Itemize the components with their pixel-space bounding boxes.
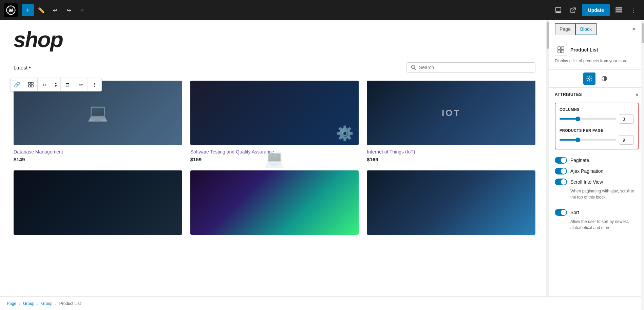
paginate-toggle[interactable]	[555, 157, 567, 164]
tab-page[interactable]: Page	[555, 23, 575, 35]
preview-layout-button[interactable]	[552, 4, 564, 16]
svg-rect-14	[558, 50, 561, 53]
breadcrumb-page[interactable]: Page	[7, 301, 16, 306]
paginate-label: Paginate	[570, 158, 589, 163]
plus-icon: +	[26, 6, 30, 14]
block-description: Display a list of products from your sto…	[555, 58, 639, 64]
view-post-button[interactable]	[567, 4, 579, 16]
block-more-button[interactable]: ⋮	[88, 78, 101, 91]
main-area: 🔗 ⠿ ▲ ▼ ⊟ ✏	[0, 20, 644, 296]
sort-section: Sort Allow the user to sort by newest, a…	[549, 207, 644, 236]
breadcrumb-sep-2: ›	[37, 301, 38, 306]
redo-button[interactable]: ↪	[62, 4, 75, 16]
canvas: 🔗 ⠿ ▲ ▼ ⊟ ✏	[0, 20, 549, 296]
grid-icon	[28, 82, 34, 87]
svg-rect-6	[616, 12, 622, 13]
grid-block-icon	[557, 46, 564, 53]
product-grid: 💻 Database Management $149 ⚙️ Software T…	[14, 81, 535, 239]
settings-toggle-button[interactable]	[613, 4, 625, 16]
edit-icon: ✏	[79, 82, 83, 87]
highlighted-attributes-box: COLUMNS 3 PRODUCTS PER PAGE	[555, 103, 639, 149]
block-align-button[interactable]: ⊟	[61, 78, 74, 91]
svg-rect-15	[561, 50, 564, 53]
list-view-button[interactable]: ≡	[76, 4, 88, 16]
products-per-page-attribute: PRODUCTS PER PAGE 9	[560, 128, 634, 145]
top-toolbar: W + ✏️ ↩ ↪ ≡ Update	[0, 0, 644, 20]
products-per-page-slider-container	[560, 137, 616, 143]
breadcrumb-product-list: Product List	[59, 301, 81, 306]
columns-slider-row: 3	[560, 114, 634, 124]
columns-slider-thumb[interactable]	[575, 117, 580, 121]
canvas-scrollbar[interactable]	[546, 20, 549, 296]
panel-header: Page Block ×	[549, 20, 644, 38]
products-per-page-slider-row: 9	[560, 135, 634, 145]
block-grid-button[interactable]	[24, 78, 38, 91]
block-toolbar: 🔗 ⠿ ▲ ▼ ⊟ ✏	[10, 78, 102, 91]
drag-icon: ⠿	[43, 82, 46, 87]
link-icon: 🔗	[14, 82, 20, 88]
undo-button[interactable]: ↩	[49, 4, 61, 16]
panel-close-button[interactable]: ×	[629, 24, 639, 34]
product-card-4[interactable]: 💻	[14, 170, 182, 239]
product-list-icon	[555, 44, 567, 56]
products-per-page-label: PRODUCTS PER PAGE	[560, 128, 634, 132]
more-options-button[interactable]: ⋮	[628, 4, 640, 16]
attributes-label: Attributes	[555, 92, 582, 97]
block-move-up-down[interactable]: ▲ ▼	[51, 78, 61, 91]
product-image-4: 💻	[14, 170, 182, 235]
settings-tab-button[interactable]	[583, 73, 595, 85]
sort-row: Sort	[555, 207, 639, 218]
ellipsis-icon: ⋮	[631, 6, 637, 14]
block-info-header: Product List	[555, 44, 639, 56]
tools-button[interactable]: ✏️	[35, 4, 48, 16]
block-title: Product List	[570, 47, 598, 53]
breadcrumb: Page › Group › Group › Product List	[0, 296, 644, 310]
collapse-icon: ∧	[635, 92, 639, 97]
paginate-row: Paginate	[555, 155, 639, 166]
attributes-section: Attributes ∧ COLUMNS 3	[549, 88, 644, 207]
style-tab-button[interactable]	[598, 73, 610, 85]
svg-rect-5	[616, 9, 622, 11]
sort-label: Sort	[570, 210, 579, 215]
attributes-header[interactable]: Attributes ∧	[555, 92, 639, 97]
update-button[interactable]: Update	[582, 4, 610, 16]
dots-icon: ⋮	[92, 82, 97, 87]
breadcrumb-group-1[interactable]: Group	[23, 301, 34, 306]
settings-icon	[615, 7, 622, 14]
scroll-into-view-toggle[interactable]	[555, 179, 567, 185]
columns-attribute: COLUMNS 3	[560, 107, 634, 124]
panel-sub-tabs	[549, 70, 644, 88]
block-drag-button[interactable]: ⠿	[38, 78, 51, 91]
scroll-into-view-label: Scroll Into View	[570, 179, 603, 185]
pencil-icon: ✏️	[38, 7, 45, 14]
svg-point-16	[588, 78, 590, 80]
products-per-page-value-input[interactable]: 9	[619, 135, 634, 145]
svg-rect-4	[616, 7, 622, 9]
block-edit-button[interactable]: ✏	[74, 78, 88, 91]
columns-slider-track	[560, 118, 616, 120]
columns-slider-fill	[560, 118, 576, 120]
columns-value-input[interactable]: 3	[619, 114, 634, 124]
products-per-page-slider-track	[560, 139, 616, 141]
sort-toggle[interactable]	[555, 209, 567, 216]
breadcrumb-group-2[interactable]: Group	[41, 301, 52, 306]
tab-block[interactable]: Block	[575, 23, 596, 35]
sort-desc: Allow the user to sort by newest, alphab…	[570, 219, 639, 231]
wp-logo[interactable]: W	[4, 3, 18, 17]
svg-rect-10	[31, 85, 33, 87]
ajax-pagination-toggle[interactable]	[555, 168, 567, 174]
add-block-button[interactable]: +	[22, 4, 34, 16]
scroll-into-view-row: Scroll Into View	[555, 177, 639, 187]
scroll-into-view-section: Scroll Into View When paginating with aj…	[555, 177, 639, 200]
svg-rect-12	[558, 47, 561, 49]
scroll-into-view-desc: When paginating with ajax, scroll to the…	[570, 188, 639, 200]
svg-rect-7	[29, 82, 31, 84]
products-per-page-slider-fill	[560, 139, 576, 141]
ajax-pagination-label: Ajax Pagination	[570, 168, 603, 174]
block-link-button[interactable]: 🔗	[11, 78, 24, 91]
half-circle-icon	[601, 76, 607, 82]
products-per-page-slider-thumb[interactable]	[575, 138, 580, 142]
right-panel: Page Block × Product List Display a list…	[549, 20, 644, 296]
shop-content: shop Latest ▾	[0, 20, 549, 252]
gear-icon	[586, 76, 592, 82]
